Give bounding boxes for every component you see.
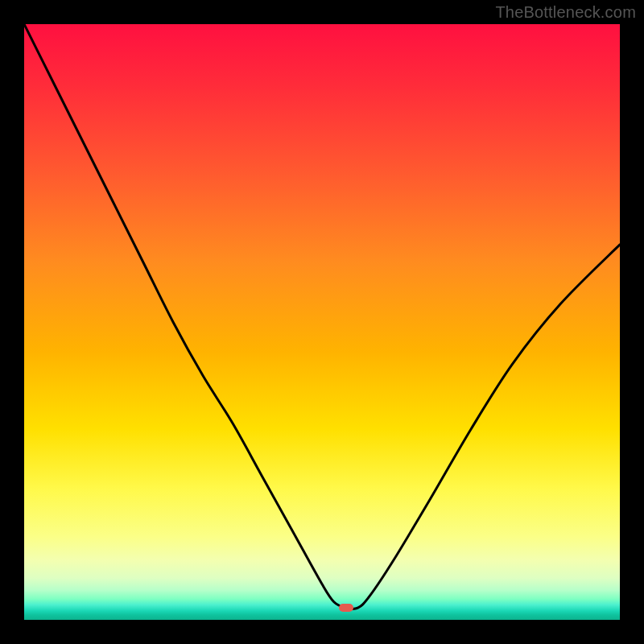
bottleneck-curve (24, 24, 620, 609)
chart-container: TheBottleneck.com (0, 0, 644, 644)
optimal-point-marker (339, 604, 353, 612)
watermark-text: TheBottleneck.com (495, 3, 636, 22)
curve-svg (24, 24, 620, 620)
plot-area (24, 24, 620, 620)
